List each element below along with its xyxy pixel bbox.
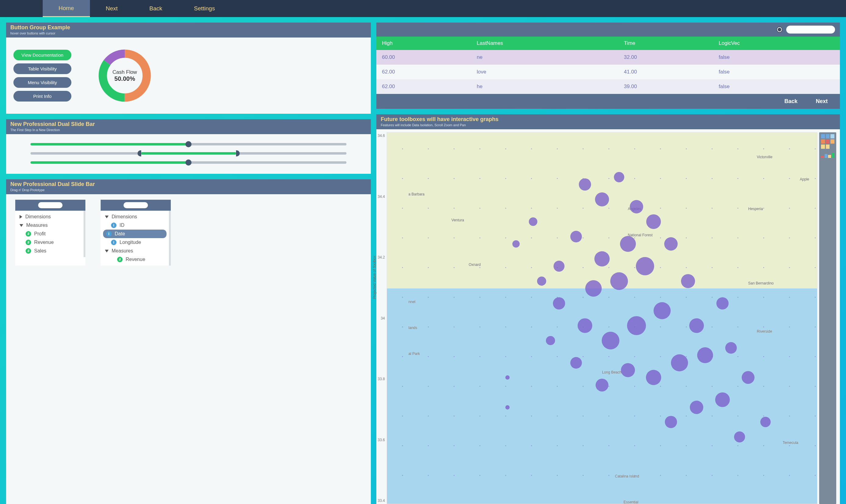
tab-home[interactable]: Home [43, 0, 90, 17]
table-row[interactable]: 62.00 he 39.00 false [376, 79, 840, 94]
chevron-down-icon [105, 216, 109, 218]
col-header[interactable]: LastNames [471, 37, 618, 50]
tab-back[interactable]: Back [133, 0, 178, 17]
dnd-source-box: Dimensions Measures #Profit #Revenue #Sa… [15, 200, 85, 266]
data-point[interactable] [614, 172, 624, 182]
panel-title: Future toolboxes will have interactive g… [381, 116, 835, 123]
data-point[interactable] [697, 347, 713, 363]
tree-item[interactable]: iID [101, 221, 169, 230]
sliders-panel: New Professional Dual Slide Bar The Firs… [6, 119, 371, 174]
col-header[interactable]: LogicVec [713, 37, 840, 50]
data-point[interactable] [594, 251, 610, 267]
data-point[interactable] [689, 318, 704, 333]
table-row[interactable]: 62.00 love 41.00 false [376, 65, 840, 79]
col-header[interactable]: Time [618, 37, 713, 50]
hash-icon: # [25, 231, 31, 237]
data-point[interactable] [512, 240, 520, 248]
data-point[interactable] [570, 357, 582, 368]
cash-flow-donut: Cash Flow 50.00% [96, 47, 154, 105]
cell: 62.00 [376, 79, 471, 94]
data-point[interactable] [554, 261, 564, 272]
data-point[interactable] [664, 237, 678, 251]
tree-measures[interactable]: Measures [15, 221, 84, 230]
tab-settings[interactable]: Settings [178, 0, 231, 17]
y-tick: 33.4 [378, 499, 384, 503]
data-point[interactable] [646, 370, 661, 385]
cell: 41.00 [618, 65, 713, 79]
data-point[interactable] [602, 332, 619, 349]
table-next-button[interactable]: Next [816, 98, 828, 105]
data-point[interactable] [570, 231, 582, 242]
data-point[interactable] [681, 274, 695, 288]
data-point[interactable] [585, 280, 602, 297]
data-point[interactable] [553, 297, 565, 309]
table-back-button[interactable]: Back [785, 98, 797, 105]
data-point[interactable] [505, 405, 510, 410]
cell: 39.00 [618, 79, 713, 94]
data-point[interactable] [742, 371, 755, 384]
data-point[interactable] [579, 178, 591, 191]
slider-range[interactable] [31, 149, 346, 158]
data-table: High LastNames Time LogicVec 60.00 ne 32… [376, 37, 840, 94]
data-point[interactable] [734, 431, 745, 443]
slider-single[interactable] [31, 140, 346, 149]
tree-item[interactable]: #Revenue [15, 238, 84, 247]
data-point[interactable] [596, 379, 608, 392]
tree-item[interactable]: #Sales [15, 247, 84, 255]
data-point[interactable] [653, 302, 671, 319]
map-label: nnel [408, 300, 415, 304]
hash-icon: # [25, 240, 31, 245]
data-point[interactable] [610, 272, 628, 290]
search-chip[interactable] [124, 202, 148, 208]
tree-item[interactable]: #Profit [15, 230, 84, 238]
tree-measures[interactable]: Measures [101, 247, 169, 255]
tree-item-selected[interactable]: iDate [103, 230, 166, 238]
panel-subtitle: Drag n' Drop Prototype [11, 188, 366, 192]
y-tick: 33.6 [378, 438, 384, 442]
data-point[interactable] [620, 236, 636, 252]
data-point[interactable] [546, 336, 555, 345]
tree-item-label: Profit [34, 231, 46, 237]
data-point[interactable] [505, 375, 510, 380]
data-point[interactable] [621, 363, 635, 377]
tree-dimensions[interactable]: Dimensions [101, 213, 169, 221]
palette-icon[interactable] [821, 134, 834, 149]
tree-dimensions[interactable]: Dimensions [15, 213, 84, 221]
menu-visibility-button[interactable]: Menu Visibility [14, 77, 71, 88]
data-point[interactable] [671, 354, 688, 371]
data-point[interactable] [760, 417, 771, 427]
data-point[interactable] [578, 318, 592, 333]
search-chip[interactable] [38, 202, 62, 208]
table-visibility-button[interactable]: Table Visibility [14, 64, 71, 74]
data-point[interactable] [715, 392, 730, 407]
button-group-panel: Button Group Example hover over buttons … [6, 22, 371, 114]
tree-label: Dimensions [25, 214, 51, 219]
data-point[interactable] [665, 416, 677, 428]
data-point[interactable] [537, 276, 546, 286]
data-point[interactable] [529, 217, 537, 226]
view-documentation-button[interactable]: View Documentation [14, 50, 71, 60]
data-point[interactable] [595, 192, 609, 206]
col-header[interactable]: High [376, 37, 471, 50]
data-point[interactable] [630, 200, 643, 213]
bar-chart-icon[interactable] [821, 150, 834, 158]
graph-panel: Future toolboxes will have interactive g… [376, 114, 840, 504]
table-search-input[interactable] [786, 25, 835, 34]
print-info-button[interactable]: Print Info [14, 91, 71, 102]
data-point[interactable] [646, 214, 661, 229]
dnd-panel: New Professional Dual Slide Bar Drag n' … [6, 179, 371, 504]
radio-toggle[interactable] [777, 27, 782, 32]
table-row[interactable]: 60.00 ne 32.00 false [376, 50, 840, 65]
tab-next[interactable]: Next [90, 0, 133, 17]
map-label: Oxnard [469, 263, 481, 267]
data-point[interactable] [636, 257, 654, 275]
data-point[interactable] [627, 316, 646, 335]
slider-single-2[interactable] [31, 158, 346, 167]
tree-item[interactable]: #Revenue [101, 255, 169, 264]
map-scatter-plot[interactable]: a BarbaraVenturaOxnardnnellandsal ParkAn… [387, 132, 817, 504]
data-point[interactable] [716, 297, 728, 309]
tree-item[interactable]: iLongitude [101, 238, 169, 247]
map-label: San Bernardino [748, 281, 773, 285]
data-point[interactable] [690, 401, 703, 414]
data-point[interactable] [725, 342, 737, 354]
